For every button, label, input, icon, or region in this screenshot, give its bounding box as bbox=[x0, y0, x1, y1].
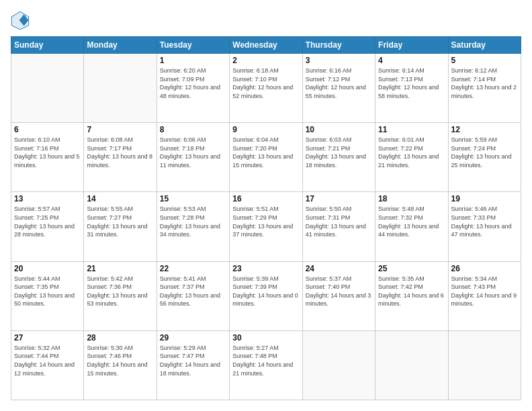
day-cell: 8Sunrise: 6:06 AMSunset: 7:18 PMDaylight… bbox=[157, 123, 229, 192]
day-info: Sunrise: 5:44 AMSunset: 7:35 PMDaylight:… bbox=[14, 275, 81, 308]
sunrise-text: Sunrise: 5:59 AM bbox=[451, 136, 518, 144]
daylight-text: Daylight: 13 hours and 15 minutes. bbox=[232, 152, 299, 169]
daylight-text: Daylight: 13 hours and 2 minutes. bbox=[451, 83, 518, 100]
sunset-text: Sunset: 7:37 PM bbox=[160, 283, 226, 291]
day-info: Sunrise: 6:06 AMSunset: 7:18 PMDaylight:… bbox=[160, 136, 226, 169]
day-number: 19 bbox=[451, 194, 518, 203]
sunrise-text: Sunrise: 6:06 AM bbox=[160, 136, 226, 144]
day-info: Sunrise: 5:55 AMSunset: 7:27 PMDaylight:… bbox=[87, 205, 153, 238]
day-number: 22 bbox=[160, 264, 226, 273]
daylight-text: Daylight: 12 hours and 55 minutes. bbox=[306, 83, 372, 100]
sunset-text: Sunset: 7:20 PM bbox=[232, 144, 299, 153]
day-number: 9 bbox=[232, 125, 299, 134]
sunrise-text: Sunrise: 6:01 AM bbox=[378, 136, 445, 144]
day-cell bbox=[302, 330, 375, 400]
day-cell: 3Sunrise: 6:16 AMSunset: 7:12 PMDaylight… bbox=[302, 54, 375, 123]
day-cell bbox=[84, 54, 157, 123]
week-row-1: 6Sunrise: 6:10 AMSunset: 7:16 PMDaylight… bbox=[11, 123, 521, 192]
daylight-text: Daylight: 13 hours and 8 minutes. bbox=[87, 152, 153, 169]
day-info: Sunrise: 5:35 AMSunset: 7:42 PMDaylight:… bbox=[378, 275, 445, 308]
daylight-text: Daylight: 13 hours and 18 minutes. bbox=[306, 152, 372, 169]
day-cell: 4Sunrise: 6:14 AMSunset: 7:13 PMDaylight… bbox=[375, 54, 448, 123]
day-number: 17 bbox=[306, 194, 372, 203]
day-cell: 6Sunrise: 6:10 AMSunset: 7:16 PMDaylight… bbox=[11, 123, 84, 192]
sunrise-text: Sunrise: 5:32 AM bbox=[14, 344, 81, 353]
day-cell: 2Sunrise: 6:18 AMSunset: 7:10 PMDaylight… bbox=[230, 54, 302, 123]
day-info: Sunrise: 6:04 AMSunset: 7:20 PMDaylight:… bbox=[232, 136, 299, 169]
day-cell bbox=[11, 54, 84, 123]
day-cell: 17Sunrise: 5:50 AMSunset: 7:31 PMDayligh… bbox=[302, 192, 375, 261]
sunset-text: Sunset: 7:43 PM bbox=[451, 283, 518, 291]
day-cell: 26Sunrise: 5:34 AMSunset: 7:43 PMDayligh… bbox=[448, 261, 521, 330]
day-number: 20 bbox=[14, 264, 81, 273]
day-number: 16 bbox=[232, 194, 299, 203]
daylight-text: Daylight: 13 hours and 34 minutes. bbox=[160, 222, 226, 239]
sunrise-text: Sunrise: 6:08 AM bbox=[87, 136, 153, 144]
day-number: 23 bbox=[232, 264, 299, 273]
week-row-2: 13Sunrise: 5:57 AMSunset: 7:25 PMDayligh… bbox=[11, 192, 521, 261]
daylight-text: Daylight: 13 hours and 5 minutes. bbox=[14, 152, 81, 169]
day-info: Sunrise: 6:20 AMSunset: 7:09 PMDaylight:… bbox=[160, 66, 226, 100]
sunset-text: Sunset: 7:48 PM bbox=[232, 352, 299, 361]
daylight-text: Daylight: 14 hours and 3 minutes. bbox=[306, 291, 372, 308]
day-info: Sunrise: 6:18 AMSunset: 7:10 PMDaylight:… bbox=[232, 66, 299, 100]
week-row-3: 20Sunrise: 5:44 AMSunset: 7:35 PMDayligh… bbox=[11, 261, 521, 330]
sunset-text: Sunset: 7:40 PM bbox=[306, 283, 372, 291]
day-info: Sunrise: 5:37 AMSunset: 7:40 PMDaylight:… bbox=[306, 275, 372, 308]
daylight-text: Daylight: 12 hours and 58 minutes. bbox=[378, 83, 445, 100]
day-cell: 30Sunrise: 5:27 AMSunset: 7:48 PMDayligh… bbox=[230, 330, 302, 400]
sunrise-text: Sunrise: 5:29 AM bbox=[160, 344, 226, 353]
day-info: Sunrise: 6:01 AMSunset: 7:22 PMDaylight:… bbox=[378, 136, 445, 169]
day-cell: 9Sunrise: 6:04 AMSunset: 7:20 PMDaylight… bbox=[230, 123, 302, 192]
sunset-text: Sunset: 7:17 PM bbox=[87, 144, 153, 153]
day-cell: 10Sunrise: 6:03 AMSunset: 7:21 PMDayligh… bbox=[302, 123, 375, 192]
daylight-text: Daylight: 13 hours and 11 minutes. bbox=[160, 152, 226, 169]
day-cell bbox=[448, 330, 521, 400]
day-cell: 27Sunrise: 5:32 AMSunset: 7:44 PMDayligh… bbox=[11, 330, 84, 400]
day-info: Sunrise: 5:48 AMSunset: 7:32 PMDaylight:… bbox=[378, 205, 445, 238]
logo-icon bbox=[11, 11, 30, 30]
day-info: Sunrise: 6:10 AMSunset: 7:16 PMDaylight:… bbox=[14, 136, 81, 169]
day-number: 8 bbox=[160, 125, 226, 134]
day-info: Sunrise: 5:34 AMSunset: 7:43 PMDaylight:… bbox=[451, 275, 518, 308]
col-header-wednesday: Wednesday bbox=[230, 37, 302, 54]
day-cell: 15Sunrise: 5:53 AMSunset: 7:28 PMDayligh… bbox=[157, 192, 229, 261]
sunrise-text: Sunrise: 5:50 AM bbox=[306, 205, 372, 214]
sunrise-text: Sunrise: 5:48 AM bbox=[378, 205, 445, 214]
day-cell: 22Sunrise: 5:41 AMSunset: 7:37 PMDayligh… bbox=[157, 261, 229, 330]
sunset-text: Sunset: 7:44 PM bbox=[14, 352, 81, 361]
week-row-4: 27Sunrise: 5:32 AMSunset: 7:44 PMDayligh… bbox=[11, 330, 521, 400]
daylight-text: Daylight: 14 hours and 12 minutes. bbox=[14, 361, 81, 377]
day-number: 2 bbox=[232, 56, 299, 65]
day-info: Sunrise: 5:57 AMSunset: 7:25 PMDaylight:… bbox=[14, 205, 81, 238]
sunset-text: Sunset: 7:33 PM bbox=[451, 214, 518, 222]
daylight-text: Daylight: 13 hours and 31 minutes. bbox=[87, 222, 153, 239]
sunrise-text: Sunrise: 6:12 AM bbox=[451, 66, 518, 75]
sunrise-text: Sunrise: 5:27 AM bbox=[232, 344, 299, 353]
daylight-text: Daylight: 13 hours and 44 minutes. bbox=[378, 222, 445, 239]
day-info: Sunrise: 5:27 AMSunset: 7:48 PMDaylight:… bbox=[232, 344, 299, 377]
daylight-text: Daylight: 14 hours and 6 minutes. bbox=[378, 291, 445, 308]
sunset-text: Sunset: 7:22 PM bbox=[378, 144, 445, 153]
sunset-text: Sunset: 7:36 PM bbox=[87, 283, 153, 291]
day-number: 4 bbox=[378, 56, 445, 65]
day-cell: 28Sunrise: 5:30 AMSunset: 7:46 PMDayligh… bbox=[84, 330, 157, 400]
day-info: Sunrise: 5:41 AMSunset: 7:37 PMDaylight:… bbox=[160, 275, 226, 308]
sunrise-text: Sunrise: 5:57 AM bbox=[14, 205, 81, 214]
sunrise-text: Sunrise: 6:18 AM bbox=[232, 66, 299, 75]
sunset-text: Sunset: 7:10 PM bbox=[232, 75, 299, 84]
daylight-text: Daylight: 14 hours and 21 minutes. bbox=[232, 361, 299, 377]
sunset-text: Sunset: 7:47 PM bbox=[160, 352, 226, 361]
day-cell: 13Sunrise: 5:57 AMSunset: 7:25 PMDayligh… bbox=[11, 192, 84, 261]
col-header-friday: Friday bbox=[375, 37, 448, 54]
day-number: 14 bbox=[87, 194, 153, 203]
day-number: 18 bbox=[378, 194, 445, 203]
daylight-text: Daylight: 13 hours and 56 minutes. bbox=[160, 291, 226, 308]
sunset-text: Sunset: 7:29 PM bbox=[232, 214, 299, 222]
day-cell: 29Sunrise: 5:29 AMSunset: 7:47 PMDayligh… bbox=[157, 330, 229, 400]
sunrise-text: Sunrise: 5:37 AM bbox=[306, 275, 372, 283]
day-number: 25 bbox=[378, 264, 445, 273]
sunset-text: Sunset: 7:31 PM bbox=[306, 214, 372, 222]
day-info: Sunrise: 6:14 AMSunset: 7:13 PMDaylight:… bbox=[378, 66, 445, 100]
day-info: Sunrise: 6:16 AMSunset: 7:12 PMDaylight:… bbox=[306, 66, 372, 100]
